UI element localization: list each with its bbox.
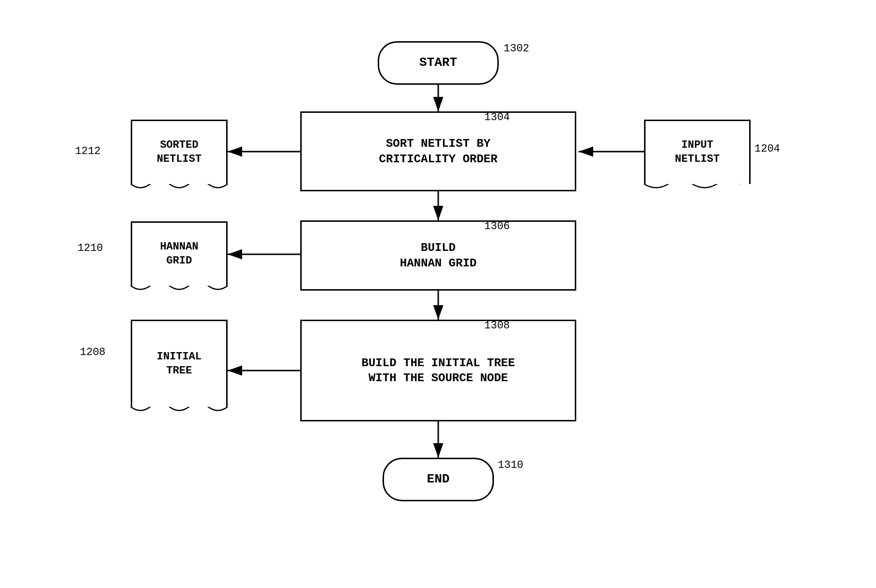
sort-netlist-node: SORT NETLIST BY CRITICALITY ORDER xyxy=(300,111,576,191)
input-netlist-node: INPUT NETLIST xyxy=(644,120,751,184)
build-hannan-ref: 1306 xyxy=(484,220,510,232)
hannan-grid-label: HANNAN GRID xyxy=(160,240,198,268)
sorted-netlist-ref: 1212 xyxy=(75,145,101,157)
input-netlist-ref: 1204 xyxy=(754,143,780,155)
build-hannan-label: BUILD HANNAN GRID xyxy=(400,240,476,270)
hannan-grid-node: HANNAN GRID xyxy=(131,221,228,286)
start-label: START xyxy=(419,55,457,71)
build-hannan-node: BUILD HANNAN GRID xyxy=(300,220,576,291)
input-netlist-label: INPUT NETLIST xyxy=(675,139,720,166)
build-initial-ref: 1308 xyxy=(484,320,510,332)
end-label: END xyxy=(427,471,450,488)
initial-tree-node: INITIAL TREE xyxy=(131,320,228,407)
diagram: START 1302 SORT NETLIST BY CRITICALITY O… xyxy=(0,0,876,588)
build-initial-label: BUILD THE INITIAL TREE WITH THE SOURCE N… xyxy=(362,356,515,386)
end-node: END xyxy=(383,458,494,501)
hannan-grid-ref: 1210 xyxy=(77,242,103,254)
start-ref: 1302 xyxy=(504,43,529,55)
start-node: START xyxy=(378,41,499,85)
initial-tree-label: INITIAL TREE xyxy=(157,350,201,378)
sort-netlist-label: SORT NETLIST BY CRITICALITY ORDER xyxy=(379,136,498,166)
initial-tree-ref: 1208 xyxy=(80,346,106,358)
end-ref: 1310 xyxy=(498,459,523,471)
sort-netlist-ref: 1304 xyxy=(484,111,510,124)
sorted-netlist-label: SORTED NETLIST xyxy=(157,139,201,166)
build-initial-node: BUILD THE INITIAL TREE WITH THE SOURCE N… xyxy=(300,320,576,421)
sorted-netlist-node: SORTED NETLIST xyxy=(131,120,228,184)
